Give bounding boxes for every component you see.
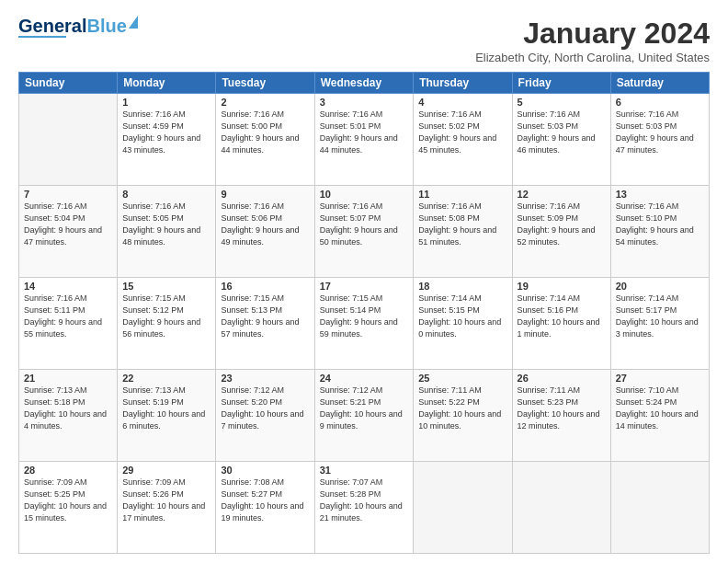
day-number: 20	[616, 281, 704, 292]
calendar-week-row: 14Sunrise: 7:16 AM Sunset: 5:11 PM Dayli…	[19, 278, 710, 370]
day-number: 6	[616, 97, 704, 108]
table-row: 9Sunrise: 7:16 AM Sunset: 5:06 PM Daylig…	[216, 186, 314, 278]
table-row: 15Sunrise: 7:15 AM Sunset: 5:12 PM Dayli…	[118, 278, 216, 370]
table-row: 13Sunrise: 7:16 AM Sunset: 5:10 PM Dayli…	[610, 186, 709, 278]
table-row: 27Sunrise: 7:10 AM Sunset: 5:24 PM Dayli…	[610, 370, 709, 462]
table-row: 1Sunrise: 7:16 AM Sunset: 4:59 PM Daylig…	[118, 94, 216, 186]
day-number: 22	[122, 373, 210, 384]
table-row: 28Sunrise: 7:09 AM Sunset: 5:25 PM Dayli…	[19, 462, 118, 554]
day-number: 10	[320, 189, 409, 200]
header: GeneralBlue January 2024 Elizabeth City,…	[18, 17, 710, 64]
table-row: 2Sunrise: 7:16 AM Sunset: 5:00 PM Daylig…	[216, 94, 314, 186]
day-info: Sunrise: 7:16 AM Sunset: 5:07 PM Dayligh…	[320, 201, 409, 248]
month-title: January 2024	[475, 17, 710, 51]
table-row: 30Sunrise: 7:08 AM Sunset: 5:27 PM Dayli…	[216, 462, 314, 554]
day-number: 17	[320, 281, 409, 292]
table-row: 18Sunrise: 7:14 AM Sunset: 5:15 PM Dayli…	[414, 278, 512, 370]
weekday-header-row: Sunday Monday Tuesday Wednesday Thursday…	[19, 73, 710, 94]
day-info: Sunrise: 7:12 AM Sunset: 5:20 PM Dayligh…	[221, 385, 309, 432]
day-number: 13	[616, 189, 704, 200]
logo-text: GeneralBlue	[18, 17, 127, 35]
day-info: Sunrise: 7:11 AM Sunset: 5:23 PM Dayligh…	[518, 385, 606, 432]
logo-triangle-icon	[129, 16, 138, 29]
day-number: 29	[122, 465, 210, 476]
day-info: Sunrise: 7:16 AM Sunset: 5:01 PM Dayligh…	[320, 109, 409, 156]
table-row: 4Sunrise: 7:16 AM Sunset: 5:02 PM Daylig…	[414, 94, 512, 186]
table-row: 6Sunrise: 7:16 AM Sunset: 5:03 PM Daylig…	[610, 94, 709, 186]
day-number: 12	[518, 189, 606, 200]
table-row: 21Sunrise: 7:13 AM Sunset: 5:18 PM Dayli…	[19, 370, 118, 462]
table-row: 10Sunrise: 7:16 AM Sunset: 5:07 PM Dayli…	[314, 186, 414, 278]
table-row: 7Sunrise: 7:16 AM Sunset: 5:04 PM Daylig…	[19, 186, 118, 278]
table-row	[19, 94, 118, 186]
table-row: 24Sunrise: 7:12 AM Sunset: 5:21 PM Dayli…	[314, 370, 414, 462]
table-row: 26Sunrise: 7:11 AM Sunset: 5:23 PM Dayli…	[512, 370, 610, 462]
day-number: 3	[320, 97, 409, 108]
header-tuesday: Tuesday	[216, 73, 314, 94]
table-row: 16Sunrise: 7:15 AM Sunset: 5:13 PM Dayli…	[216, 278, 314, 370]
table-row: 31Sunrise: 7:07 AM Sunset: 5:28 PM Dayli…	[314, 462, 414, 554]
location: Elizabeth City, North Carolina, United S…	[475, 51, 710, 64]
header-sunday: Sunday	[19, 73, 118, 94]
calendar-week-row: 7Sunrise: 7:16 AM Sunset: 5:04 PM Daylig…	[19, 186, 710, 278]
day-info: Sunrise: 7:16 AM Sunset: 5:10 PM Dayligh…	[616, 201, 704, 248]
table-row	[512, 462, 610, 554]
table-row: 22Sunrise: 7:13 AM Sunset: 5:19 PM Dayli…	[118, 370, 216, 462]
header-thursday: Thursday	[414, 73, 512, 94]
table-row	[610, 462, 709, 554]
day-info: Sunrise: 7:12 AM Sunset: 5:21 PM Dayligh…	[320, 385, 409, 432]
day-number: 18	[418, 281, 506, 292]
calendar-table: Sunday Monday Tuesday Wednesday Thursday…	[18, 72, 710, 554]
day-info: Sunrise: 7:16 AM Sunset: 5:11 PM Dayligh…	[24, 293, 112, 340]
day-info: Sunrise: 7:15 AM Sunset: 5:12 PM Dayligh…	[122, 293, 210, 340]
day-info: Sunrise: 7:14 AM Sunset: 5:15 PM Dayligh…	[418, 293, 506, 340]
day-info: Sunrise: 7:11 AM Sunset: 5:22 PM Dayligh…	[418, 385, 506, 432]
day-number: 16	[221, 281, 309, 292]
day-number: 28	[24, 465, 112, 476]
day-info: Sunrise: 7:13 AM Sunset: 5:18 PM Dayligh…	[24, 385, 112, 432]
day-number: 24	[320, 373, 409, 384]
table-row: 25Sunrise: 7:11 AM Sunset: 5:22 PM Dayli…	[414, 370, 512, 462]
day-number: 11	[418, 189, 506, 200]
day-info: Sunrise: 7:07 AM Sunset: 5:28 PM Dayligh…	[320, 477, 409, 524]
day-number: 7	[24, 189, 112, 200]
day-number: 30	[221, 465, 309, 476]
table-row: 19Sunrise: 7:14 AM Sunset: 5:16 PM Dayli…	[512, 278, 610, 370]
day-info: Sunrise: 7:14 AM Sunset: 5:17 PM Dayligh…	[616, 293, 704, 340]
table-row: 20Sunrise: 7:14 AM Sunset: 5:17 PM Dayli…	[610, 278, 709, 370]
day-info: Sunrise: 7:15 AM Sunset: 5:14 PM Dayligh…	[320, 293, 409, 340]
calendar-week-row: 28Sunrise: 7:09 AM Sunset: 5:25 PM Dayli…	[19, 462, 710, 554]
calendar-week-row: 21Sunrise: 7:13 AM Sunset: 5:18 PM Dayli…	[19, 370, 710, 462]
day-info: Sunrise: 7:09 AM Sunset: 5:25 PM Dayligh…	[24, 477, 112, 524]
day-info: Sunrise: 7:10 AM Sunset: 5:24 PM Dayligh…	[616, 385, 704, 432]
day-number: 31	[320, 465, 409, 476]
calendar-week-row: 1Sunrise: 7:16 AM Sunset: 4:59 PM Daylig…	[19, 94, 710, 186]
day-number: 1	[122, 97, 210, 108]
day-info: Sunrise: 7:16 AM Sunset: 5:08 PM Dayligh…	[418, 201, 506, 248]
page: GeneralBlue January 2024 Elizabeth City,…	[0, 0, 728, 563]
day-info: Sunrise: 7:16 AM Sunset: 5:05 PM Dayligh…	[122, 201, 210, 248]
day-number: 2	[221, 97, 309, 108]
day-info: Sunrise: 7:16 AM Sunset: 4:59 PM Dayligh…	[122, 109, 210, 156]
day-number: 4	[418, 97, 506, 108]
day-number: 5	[518, 97, 606, 108]
day-number: 21	[24, 373, 112, 384]
day-number: 8	[122, 189, 210, 200]
day-info: Sunrise: 7:13 AM Sunset: 5:19 PM Dayligh…	[122, 385, 210, 432]
header-saturday: Saturday	[610, 73, 709, 94]
day-info: Sunrise: 7:16 AM Sunset: 5:06 PM Dayligh…	[221, 201, 309, 248]
table-row: 5Sunrise: 7:16 AM Sunset: 5:03 PM Daylig…	[512, 94, 610, 186]
day-number: 27	[616, 373, 704, 384]
table-row: 8Sunrise: 7:16 AM Sunset: 5:05 PM Daylig…	[118, 186, 216, 278]
table-row: 23Sunrise: 7:12 AM Sunset: 5:20 PM Dayli…	[216, 370, 314, 462]
day-info: Sunrise: 7:15 AM Sunset: 5:13 PM Dayligh…	[221, 293, 309, 340]
table-row: 11Sunrise: 7:16 AM Sunset: 5:08 PM Dayli…	[414, 186, 512, 278]
table-row: 3Sunrise: 7:16 AM Sunset: 5:01 PM Daylig…	[314, 94, 414, 186]
day-info: Sunrise: 7:08 AM Sunset: 5:27 PM Dayligh…	[221, 477, 309, 524]
day-number: 25	[418, 373, 506, 384]
day-info: Sunrise: 7:16 AM Sunset: 5:09 PM Dayligh…	[518, 201, 606, 248]
logo: GeneralBlue	[18, 17, 138, 38]
day-info: Sunrise: 7:16 AM Sunset: 5:03 PM Dayligh…	[616, 109, 704, 156]
day-info: Sunrise: 7:16 AM Sunset: 5:04 PM Dayligh…	[24, 201, 112, 248]
day-number: 26	[518, 373, 606, 384]
